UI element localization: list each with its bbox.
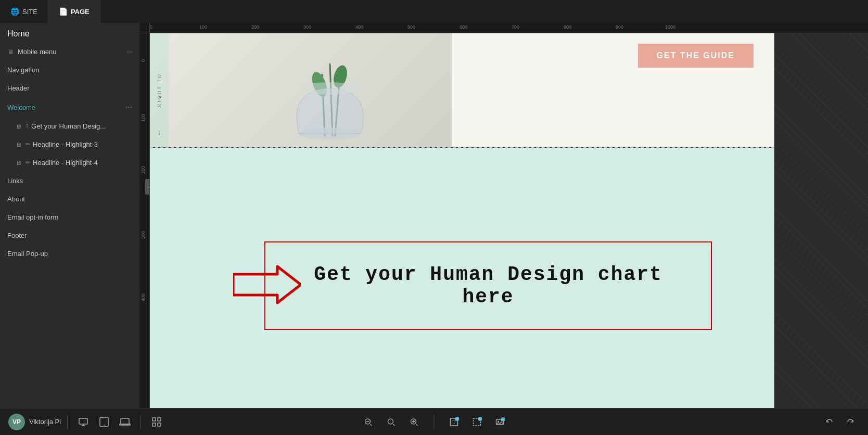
text-edit-button[interactable]: T +: [445, 413, 464, 431]
user-area: VP Viktorija Pi: [8, 414, 61, 430]
sidebar-item-navigation[interactable]: Navigation: [0, 61, 139, 79]
svg-rect-15: [158, 423, 161, 426]
svg-line-20: [393, 424, 395, 426]
canvas-content: RIGHT TH ↓: [150, 33, 774, 408]
collapse-handle[interactable]: ‹: [145, 179, 150, 195]
bottom-toolbar: VP Viktorija Pi: [0, 408, 868, 435]
ruler-left-mark-200: 200: [141, 166, 146, 174]
ruler-left-mark-0: 0: [141, 59, 146, 62]
ruler-mark-400: 400: [355, 24, 363, 30]
ruler-mark-300: 300: [303, 24, 311, 30]
svg-marker-7: [233, 266, 301, 303]
monitor-small-icon: 🖥: [16, 123, 21, 130]
red-arrow: [233, 264, 301, 308]
zoom-out-button[interactable]: [359, 413, 378, 431]
hero-section: RIGHT TH ↓: [150, 33, 774, 147]
ruler-mark-800: 800: [564, 24, 571, 30]
svg-rect-11: [121, 418, 129, 424]
ruler-mark-1000: 1000: [665, 24, 675, 30]
sidebar-item-headline-3[interactable]: 🖥 ✏ Headline - Highlight-3: [0, 135, 139, 153]
device-switcher: [74, 413, 134, 431]
sidebar-item-footer[interactable]: Footer: [0, 226, 139, 245]
hero-text-area: GET THE GUIDE: [452, 33, 774, 147]
ruler-mark-700: 700: [512, 24, 519, 30]
svg-rect-12: [152, 418, 156, 421]
canvas-area: 0 100 200 300 400 500 600 700 800 900 10…: [139, 23, 868, 408]
canvas-main-row: ‹ 0 100 200 300 400: [139, 33, 868, 408]
user-name: Viktorija Pi: [29, 418, 61, 426]
grid-button[interactable]: [147, 413, 166, 431]
monitor-small-icon3: 🖥: [16, 160, 21, 166]
get-guide-button[interactable]: GET THE GUIDE: [638, 44, 754, 68]
sidebar-item-welcome[interactable]: Welcome ···: [0, 97, 139, 117]
svg-rect-13: [158, 418, 161, 421]
sidebar-item-mobile-menu[interactable]: 🖥 Mobile menu ▭: [0, 43, 139, 61]
hero-image-area: RIGHT TH ↓: [150, 33, 452, 147]
tablet-view-button[interactable]: [95, 413, 113, 431]
ruler-mark-900: 900: [616, 24, 623, 30]
zoom-in-button[interactable]: [405, 413, 424, 431]
ruler-left-mark-400: 400: [141, 293, 146, 301]
ruler-left-mark-100: 100: [141, 114, 146, 122]
dots-menu-button[interactable]: ···: [125, 103, 132, 112]
sidebar-item-about[interactable]: About: [0, 190, 139, 208]
image-button[interactable]: +: [491, 413, 509, 431]
undo-redo-area: [820, 413, 860, 431]
scrollable-canvas[interactable]: RIGHT TH ↓: [150, 33, 868, 408]
svg-text:+: +: [502, 418, 504, 421]
sidebar-item-links[interactable]: Links: [0, 172, 139, 190]
svg-text:+: +: [479, 417, 481, 421]
laptop-view-button[interactable]: [116, 413, 134, 431]
vertical-label-area: RIGHT TH ↓: [150, 33, 169, 147]
site-tab[interactable]: 🌐 SITE: [0, 0, 48, 23]
ruler-corner: [139, 23, 150, 33]
svg-line-24: [416, 424, 418, 426]
desktop-view-button[interactable]: [74, 413, 93, 431]
sidebar-item-email-opt-in[interactable]: Email opt-in form: [0, 208, 139, 226]
pencil-icon2: ✏: [25, 159, 30, 166]
top-bar: 🌐 SITE 📄 PAGE: [0, 0, 868, 23]
text-icon: T: [25, 123, 29, 129]
svg-point-33: [497, 420, 499, 422]
design-chart-text: Get your Human Design chart here: [297, 263, 680, 308]
ruler-mark-200: 200: [251, 24, 259, 30]
undo-button[interactable]: [820, 413, 839, 431]
center-toolbar: T + + +: [359, 413, 509, 431]
page-tab[interactable]: 📄 PAGE: [48, 0, 100, 23]
sidebar-item-label: Links: [7, 177, 132, 185]
page-label: PAGE: [71, 8, 90, 16]
sidebar-item-get-human-design[interactable]: 🖥 T Get your Human Desig...: [0, 117, 139, 135]
phone-icon: ▭: [127, 48, 132, 55]
svg-point-19: [388, 419, 393, 424]
ruler-left-mark-300: 300: [141, 231, 146, 239]
sidebar: Home 🖥 Mobile menu ▭ Navigation Header W…: [0, 23, 139, 408]
svg-point-6: [301, 82, 359, 95]
ruler-top: 0 100 200 300 400 500 600 700 800 900 10…: [150, 23, 868, 33]
pencil-icon: ✏: [25, 141, 30, 148]
sidebar-item-label: Footer: [7, 232, 132, 239]
zoom-reset-button[interactable]: [382, 413, 401, 431]
home-label: Home: [0, 23, 139, 43]
sidebar-item-header[interactable]: Header: [0, 79, 139, 97]
sidebar-item-label: Navigation: [7, 66, 132, 74]
svg-point-10: [104, 425, 105, 426]
ruler-left: ‹ 0 100 200 300 400: [139, 33, 150, 408]
frame-button[interactable]: +: [468, 413, 487, 431]
sidebar-item-label: Mobile menu: [18, 48, 127, 56]
sidebar-item-headline-4[interactable]: 🖥 ✏ Headline - Highlight-4: [0, 153, 139, 172]
design-chart-box: Get your Human Design chart here: [264, 241, 712, 330]
sidebar-item-label: Email opt-in form: [7, 213, 132, 221]
redo-button[interactable]: [841, 413, 860, 431]
ruler-mark-600: 600: [459, 24, 467, 30]
vase-illustration: [257, 43, 403, 147]
vertical-text: RIGHT TH: [157, 73, 162, 107]
svg-line-18: [371, 424, 372, 426]
ruler-mark-100: 100: [199, 24, 207, 30]
sidebar-item-label: Headline - Highlight-3: [33, 140, 132, 148]
svg-rect-14: [152, 423, 156, 426]
sidebar-item-label: Header: [7, 84, 132, 92]
welcome-section: Get your Human Design chart here: [150, 148, 774, 408]
main-layout: Home 🖥 Mobile menu ▭ Navigation Header W…: [0, 23, 868, 408]
ruler-top-row: 0 100 200 300 400 500 600 700 800 900 10…: [139, 23, 868, 33]
sidebar-item-email-popup[interactable]: Email Pop-up: [0, 245, 139, 263]
